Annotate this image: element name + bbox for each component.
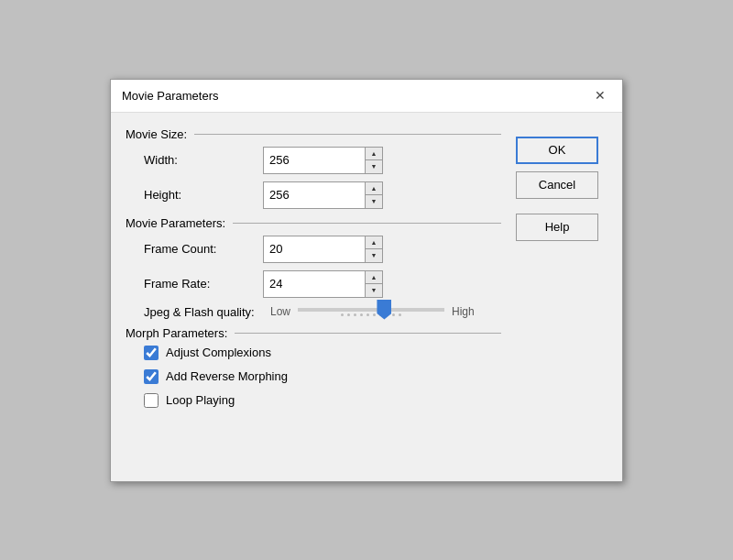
quality-label: Jpeg & Flash quality:	[144, 305, 263, 319]
movie-parameters-dialog: Movie Parameters ✕ Movie Size: Width: ▲ …	[110, 79, 623, 482]
quality-slider-row: Jpeg & Flash quality: Low	[126, 305, 501, 319]
height-label: Height:	[144, 188, 263, 202]
height-row: Height: ▲ ▼	[126, 181, 501, 209]
slider-dots	[341, 313, 401, 316]
adjust-complexions-row: Adjust Complexions	[126, 346, 501, 360]
morph-section: Morph Parameters: Adjust Complexions Add…	[126, 326, 501, 408]
movie-size-section-label: Movie Size:	[126, 127, 501, 141]
slider-dot	[360, 313, 363, 316]
frame-rate-input[interactable]	[264, 271, 365, 297]
add-reverse-morphing-checkbox[interactable]	[144, 369, 159, 384]
width-spinner: ▲ ▼	[263, 147, 383, 174]
adjust-complexions-checkbox[interactable]	[144, 346, 159, 360]
frame-count-up-button[interactable]: ▲	[366, 236, 382, 249]
loop-playing-row: Loop Playing	[126, 393, 501, 408]
quality-slider[interactable]	[298, 308, 444, 312]
frame-count-input[interactable]	[264, 236, 365, 262]
quality-high-label: High	[452, 305, 475, 318]
height-up-button[interactable]: ▲	[366, 182, 382, 195]
width-row: Width: ▲ ▼	[126, 147, 501, 174]
slider-dot	[347, 313, 350, 316]
left-panel: Movie Size: Width: ▲ ▼ Height: ▲	[126, 127, 501, 467]
frame-rate-row: Frame Rate: ▲ ▼	[126, 270, 501, 298]
height-spinner-buttons: ▲ ▼	[365, 182, 382, 208]
width-spinner-buttons: ▲ ▼	[365, 148, 382, 173]
dialog-title: Movie Parameters	[122, 89, 218, 103]
slider-dot	[341, 313, 344, 316]
frame-rate-down-button[interactable]: ▼	[366, 284, 382, 297]
help-button[interactable]: Help	[516, 214, 598, 241]
frame-count-down-button[interactable]: ▼	[366, 249, 382, 262]
ok-button[interactable]: OK	[516, 137, 598, 164]
loop-playing-label: Loop Playing	[166, 393, 235, 407]
slider-dot	[373, 313, 376, 316]
title-bar: Movie Parameters ✕	[111, 80, 622, 113]
height-down-button[interactable]: ▼	[366, 195, 382, 208]
adjust-complexions-label: Adjust Complexions	[166, 346, 271, 359]
width-input[interactable]	[264, 148, 365, 173]
slider-dot	[366, 313, 369, 316]
slider-dot	[399, 313, 401, 316]
movie-params-section-label: Movie Parameters:	[126, 216, 501, 230]
frame-count-row: Frame Count: ▲ ▼	[126, 236, 501, 263]
width-label: Width:	[144, 153, 263, 167]
quality-low-label: Low	[270, 305, 290, 318]
width-up-button[interactable]: ▲	[366, 148, 382, 160]
quality-slider-container	[298, 308, 444, 316]
frame-rate-up-button[interactable]: ▲	[366, 271, 382, 284]
dialog-body: Movie Size: Width: ▲ ▼ Height: ▲	[111, 113, 622, 481]
frame-count-spinner: ▲ ▼	[263, 236, 383, 263]
loop-playing-checkbox[interactable]	[144, 393, 159, 408]
right-panel: OK Cancel Help	[516, 127, 607, 467]
add-reverse-morphing-row: Add Reverse Morphing	[126, 369, 501, 384]
width-down-button[interactable]: ▼	[366, 160, 382, 173]
cancel-button[interactable]: Cancel	[516, 171, 598, 199]
height-input[interactable]	[264, 182, 365, 208]
slider-dot	[354, 313, 356, 316]
frame-count-label: Frame Count:	[144, 242, 263, 256]
slider-dot	[392, 313, 395, 316]
frame-count-spinner-buttons: ▲ ▼	[365, 236, 382, 262]
frame-rate-spinner: ▲ ▼	[263, 270, 383, 298]
add-reverse-morphing-label: Add Reverse Morphing	[166, 369, 288, 383]
frame-rate-spinner-buttons: ▲ ▼	[365, 271, 382, 297]
frame-rate-label: Frame Rate:	[144, 277, 263, 291]
close-button[interactable]: ✕	[589, 84, 611, 106]
morph-params-section-label: Morph Parameters:	[126, 326, 501, 340]
height-spinner: ▲ ▼	[263, 181, 383, 209]
